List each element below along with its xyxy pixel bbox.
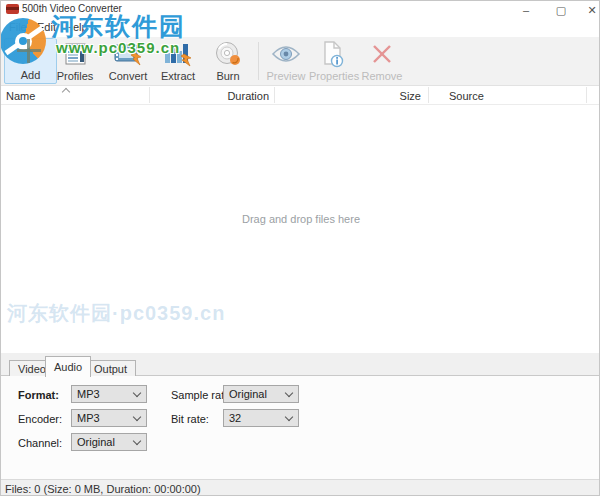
toolbar-separator — [258, 42, 259, 80]
chevron-down-icon — [133, 437, 141, 445]
chevron-down-icon — [133, 389, 141, 397]
sample-rate-value: Original — [229, 388, 267, 400]
window-title: 500th Video Converter — [22, 3, 122, 14]
preview-button-label: Preview — [262, 70, 310, 82]
profiles-button[interactable]: Profiles — [51, 38, 99, 84]
menu-bar: File Edit Help — [1, 17, 600, 37]
tab-audio[interactable]: Audio — [45, 356, 91, 377]
preview-icon — [262, 40, 310, 68]
column-divider[interactable] — [586, 87, 587, 103]
encoder-select[interactable]: MP3 — [71, 409, 147, 427]
sample-rate-select[interactable]: Original — [223, 385, 299, 403]
status-bar: Files: 0 (Size: 0 MB, Duration: 00:00:00… — [1, 479, 600, 496]
convert-button[interactable]: Convert — [104, 38, 152, 84]
column-divider[interactable] — [274, 87, 275, 103]
add-plus-icon — [17, 49, 41, 52]
channel-select[interactable]: Original — [71, 433, 147, 451]
encoder-value: MP3 — [77, 412, 100, 424]
chevron-down-icon — [133, 413, 141, 421]
menu-help[interactable]: Help — [65, 21, 88, 33]
bit-rate-label: Bit rate: — [171, 413, 209, 425]
tab-output-label: Output — [94, 363, 127, 375]
app-icon — [6, 4, 19, 14]
properties-button-label: Properties — [309, 70, 357, 82]
file-drop-area[interactable]: Drag and drop files here — [1, 105, 600, 353]
tab-video-label: Video — [18, 363, 46, 375]
add-icon — [5, 41, 56, 69]
add-button[interactable]: Add — [4, 38, 57, 84]
chevron-down-icon — [285, 413, 293, 421]
format-select[interactable]: MP3 — [71, 385, 147, 403]
bit-rate-value: 32 — [229, 412, 241, 424]
encoder-label: Encoder: — [18, 413, 62, 425]
profiles-button-label: Profiles — [51, 70, 99, 82]
profiles-icon — [51, 40, 99, 68]
toolbar: Add Profiles — [1, 37, 600, 86]
burn-button-label: Burn — [204, 70, 252, 82]
list-header: Name Duration Size Source — [1, 86, 600, 105]
format-value: MP3 — [77, 388, 100, 400]
menu-edit[interactable]: Edit — [37, 21, 56, 33]
column-header-size[interactable]: Size — [281, 90, 421, 102]
remove-icon — [358, 40, 406, 68]
convert-icon — [104, 40, 152, 68]
convert-button-label: Convert — [104, 70, 152, 82]
column-divider[interactable] — [428, 87, 429, 103]
burn-button[interactable]: Burn — [204, 38, 252, 84]
menu-file[interactable]: File — [9, 21, 27, 33]
burn-icon — [204, 40, 252, 68]
column-header-name[interactable]: Name — [6, 90, 35, 102]
bit-rate-select[interactable]: 32 — [223, 409, 299, 427]
chevron-down-icon — [285, 389, 293, 397]
channel-label: Channel: — [18, 437, 62, 449]
title-bar: 500th Video Converter – ▢ ✕ — [1, 1, 600, 17]
tab-audio-label: Audio — [54, 361, 82, 373]
extract-button-label: Extract — [154, 70, 202, 82]
preview-button[interactable]: Preview — [262, 38, 310, 84]
extract-icon — [154, 40, 202, 68]
extract-button[interactable]: Extract — [154, 38, 202, 84]
channel-value: Original — [77, 436, 115, 448]
tab-output[interactable]: Output — [85, 360, 136, 376]
app-window: 500th Video Converter – ▢ ✕ File Edit He… — [0, 0, 600, 496]
settings-tab-strip: Video Audio Output — [1, 353, 600, 376]
status-text: Files: 0 (Size: 0 MB, Duration: 00:00:00… — [5, 483, 201, 495]
drop-hint-text: Drag and drop files here — [1, 213, 600, 225]
sort-ascending-icon — [62, 88, 70, 96]
column-header-source[interactable]: Source — [449, 90, 484, 102]
remove-button[interactable]: Remove — [358, 38, 406, 84]
remove-button-label: Remove — [358, 70, 406, 82]
column-header-duration[interactable]: Duration — [151, 90, 269, 102]
add-button-label: Add — [5, 69, 56, 81]
column-divider[interactable] — [149, 87, 150, 103]
audio-settings-pane: Format: Encoder: Channel: Sample rate: B… — [1, 376, 600, 479]
properties-button[interactable]: Properties — [309, 38, 357, 84]
properties-icon — [309, 40, 357, 68]
format-label: Format: — [18, 389, 59, 401]
